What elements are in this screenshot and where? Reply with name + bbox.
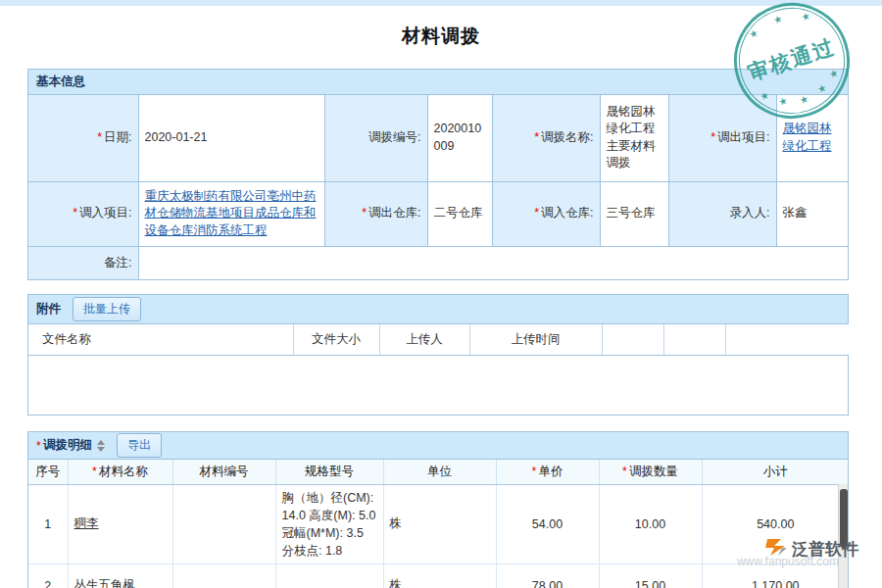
fanpu-logo: 泛普软件 <box>764 535 858 563</box>
col-empty <box>663 324 725 355</box>
required-asterisk: * <box>710 130 715 144</box>
out-project-label-cell: *调出项目: <box>668 95 776 181</box>
required-asterisk: * <box>534 130 539 144</box>
top-strip <box>0 0 882 6</box>
row-material-name-cell: 稠李 <box>68 484 172 564</box>
col-material-code: 材料编号 <box>172 460 275 484</box>
row-unit: 株 <box>383 484 496 564</box>
required-asterisk: * <box>532 465 537 478</box>
transfer-details-title: 调拨明细 <box>43 437 92 454</box>
col-subtotal: 小计 <box>702 460 849 484</box>
col-file-size: 文件大小 <box>293 324 379 355</box>
col-material-name: *材料名称 <box>68 460 172 484</box>
table-row: 1 稠李 胸（地）径(CM): 14.0 高度(M): 5.0 冠幅(M*M):… <box>28 484 849 564</box>
recorder-value: 张鑫 <box>776 181 849 246</box>
row-unit: 株 <box>383 564 496 588</box>
col-empty <box>602 324 663 355</box>
date-label: 日期: <box>104 130 131 144</box>
required-asterisk: * <box>534 206 539 220</box>
attachments-title: 附件 <box>36 301 61 318</box>
attachments-header: 附件 批量上传 <box>28 295 848 324</box>
material-name-link[interactable]: 稠李 <box>74 516 99 530</box>
date-value: 2020-01-21 <box>138 95 324 181</box>
col-empty <box>725 324 849 355</box>
row-unit-price: 78.00 <box>496 564 599 588</box>
attachments-section: 附件 批量上传 文件名称 文件大小 上传人 上传时间 <box>27 294 849 416</box>
out-warehouse-label-cell: *调出仓库: <box>324 181 427 246</box>
page-title: 材料调拨 <box>0 24 882 49</box>
export-button[interactable]: 导出 <box>117 433 162 458</box>
remark-label: 备注: <box>104 256 131 270</box>
transfer-name-label: 调拨名称: <box>541 130 593 144</box>
row-spec: 胸（地）径(CM): 14.0 高度(M): 5.0 冠幅(M*M): 3.5 … <box>275 484 383 564</box>
row-material-code <box>172 484 275 564</box>
recorder-label: 录入人: <box>730 206 770 220</box>
col-file-name: 文件名称 <box>28 324 293 355</box>
in-project-label: 调入项目: <box>79 206 131 220</box>
transfer-details-header: * 调拨明细 导出 <box>28 432 848 460</box>
transfer-no-label-cell: 调拨编号: <box>324 95 427 181</box>
transfer-details-section: * 调拨明细 导出 序号 *材料名称 材料编号 规格型号 单位 *单价 <box>27 431 849 588</box>
in-project-link[interactable]: 重庆太极制药有限公司亳州中药材仓储物流基地项目成品仓库和设备仓库消防系统工程 <box>145 189 317 237</box>
star-icon: ★ <box>801 11 812 23</box>
out-project-link[interactable]: 晟铭园林绿化工程 <box>783 122 832 153</box>
col-spec-model: 规格型号 <box>275 460 383 484</box>
transfer-no-label: 调拨编号: <box>368 130 420 144</box>
in-warehouse-value: 三号仓库 <box>600 181 668 246</box>
basic-info-table: *日期: 2020-01-21 调拨编号: 2020010009 *调拨名称: … <box>28 95 849 279</box>
col-seq: 序号 <box>28 460 68 484</box>
row-spec <box>275 564 383 588</box>
remark-value <box>138 246 849 279</box>
required-asterisk: * <box>362 206 367 220</box>
col-unit-price: *单价 <box>496 460 599 484</box>
col-unit: 单位 <box>383 460 496 484</box>
material-transfer-page: 材料调拨 审核通过 ★ ★ ★ ★ ★ ★ ★ ★ 基本信息 *日期: 2020… <box>0 0 882 588</box>
col-transfer-qty: *调拨数量 <box>599 460 702 484</box>
date-label-cell: *日期: <box>28 95 138 181</box>
row-material-code <box>172 564 275 588</box>
transfer-no-value: 2020010009 <box>427 95 492 181</box>
attachments-empty-area <box>28 356 848 415</box>
fanpu-logo-text: 泛普软件 <box>792 538 858 561</box>
out-warehouse-value: 二号仓库 <box>427 181 492 246</box>
in-project-label-cell: *调入项目: <box>28 181 138 246</box>
out-project-label: 调出项目: <box>717 130 769 144</box>
basic-info-header: 基本信息 <box>28 70 848 95</box>
remark-label-cell: 备注: <box>28 246 138 279</box>
transfer-details-table: 序号 *材料名称 材料编号 规格型号 单位 *单价 *调拨数量 小计 1 稠李 <box>28 460 849 588</box>
in-warehouse-label: 调入仓库: <box>541 206 593 220</box>
required-asterisk: * <box>97 130 102 144</box>
transfer-name-value: 晟铭园林绿化工程主要材料调拨 <box>600 95 668 181</box>
table-row: 2 丛生五角枫 株 78.00 15.00 1,170.00 <box>28 564 849 588</box>
in-warehouse-label-cell: *调入仓库: <box>492 181 600 246</box>
required-asterisk: * <box>622 465 627 478</box>
required-asterisk: * <box>73 206 77 220</box>
basic-info-title: 基本信息 <box>36 74 85 90</box>
basic-info-section: 基本信息 *日期: 2020-01-21 调拨编号: 2020010009 *调… <box>27 69 849 280</box>
batch-upload-button[interactable]: 批量上传 <box>73 297 141 321</box>
in-project-cell: 重庆太极制药有限公司亳州中药材仓储物流基地项目成品仓库和设备仓库消防系统工程 <box>138 181 324 246</box>
row-unit-price: 54.00 <box>496 484 599 564</box>
sort-icon[interactable] <box>97 440 105 452</box>
material-name-link[interactable]: 丛生五角枫 <box>74 578 136 588</box>
attachments-table: 文件名称 文件大小 上传人 上传时间 <box>28 324 849 356</box>
row-seq: 1 <box>28 484 68 564</box>
recorder-label-cell: 录入人: <box>668 181 776 246</box>
col-uploader: 上传人 <box>379 324 469 355</box>
row-transfer-qty: 15.00 <box>599 564 702 588</box>
out-project-cell: 晟铭园林绿化工程 <box>776 95 849 181</box>
row-material-name-cell: 丛生五角枫 <box>68 564 172 588</box>
required-asterisk: * <box>36 439 41 453</box>
fanpu-logo-icon <box>764 535 788 563</box>
transfer-name-label-cell: *调拨名称: <box>492 95 600 181</box>
row-seq: 2 <box>28 564 68 588</box>
out-warehouse-label: 调出仓库: <box>368 206 420 220</box>
col-upload-time: 上传时间 <box>469 324 602 355</box>
required-asterisk: * <box>92 465 97 478</box>
row-transfer-qty: 10.00 <box>599 484 702 564</box>
